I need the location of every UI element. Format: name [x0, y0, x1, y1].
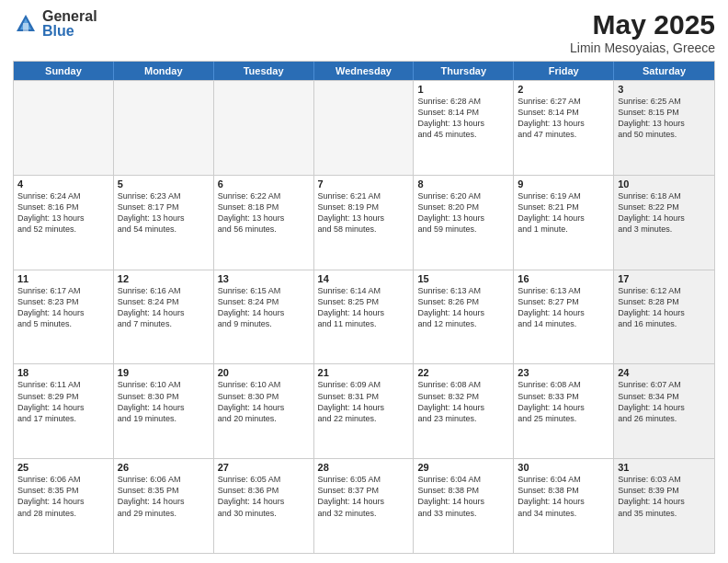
cell-info: Sunrise: 6:12 AMSunset: 8:28 PMDaylight:… — [618, 285, 711, 330]
cal-cell-day-26: 26Sunrise: 6:06 AMSunset: 8:35 PMDayligh… — [114, 459, 214, 553]
day-number: 22 — [417, 367, 509, 378]
logo-text: General Blue — [42, 9, 97, 39]
cal-cell-day-11: 11Sunrise: 6:17 AMSunset: 8:23 PMDayligh… — [14, 270, 114, 364]
cal-cell-day-30: 30Sunrise: 6:04 AMSunset: 8:38 PMDayligh… — [514, 459, 614, 553]
cell-info: Sunrise: 6:27 AMSunset: 8:14 PMDaylight:… — [518, 96, 609, 141]
cal-cell-day-20: 20Sunrise: 6:10 AMSunset: 8:30 PMDayligh… — [214, 364, 314, 458]
page: General Blue May 2025 Limin Mesoyaias, G… — [0, 0, 728, 563]
cal-cell-day-16: 16Sunrise: 6:13 AMSunset: 8:27 PMDayligh… — [514, 270, 614, 364]
day-number: 3 — [618, 84, 711, 95]
cal-cell-day-8: 8Sunrise: 6:20 AMSunset: 8:20 PMDaylight… — [414, 176, 514, 270]
day-number: 28 — [318, 462, 410, 473]
title-block: May 2025 Limin Mesoyaias, Greece — [570, 9, 715, 55]
logo-general: General — [42, 9, 97, 24]
cal-cell-day-24: 24Sunrise: 6:07 AMSunset: 8:34 PMDayligh… — [614, 364, 714, 458]
cell-info: Sunrise: 6:11 AMSunset: 8:29 PMDaylight:… — [17, 379, 109, 424]
day-number: 8 — [417, 178, 509, 190]
day-number: 14 — [318, 273, 410, 284]
cal-cell-day-2: 2Sunrise: 6:27 AMSunset: 8:14 PMDaylight… — [514, 81, 614, 175]
cell-info: Sunrise: 6:21 AMSunset: 8:19 PMDaylight:… — [318, 190, 410, 236]
calendar-body: 1Sunrise: 6:28 AMSunset: 8:14 PMDaylight… — [14, 80, 714, 553]
day-number: 16 — [518, 273, 609, 284]
day-number: 7 — [318, 178, 410, 190]
month-title: May 2025 — [570, 9, 715, 40]
day-number: 18 — [17, 367, 109, 378]
day-number: 12 — [118, 273, 210, 284]
cal-cell-day-15: 15Sunrise: 6:13 AMSunset: 8:26 PMDayligh… — [414, 270, 514, 364]
cell-info: Sunrise: 6:25 AMSunset: 8:15 PMDaylight:… — [618, 96, 711, 141]
calendar: SundayMondayTuesdayWednesdayThursdayFrid… — [13, 61, 715, 554]
day-number: 1 — [417, 84, 509, 95]
cell-info: Sunrise: 6:05 AMSunset: 8:36 PMDaylight:… — [218, 474, 310, 519]
header-day-wednesday: Wednesday — [314, 62, 415, 80]
cell-info: Sunrise: 6:06 AMSunset: 8:35 PMDaylight:… — [118, 474, 210, 519]
calendar-row-3: 18Sunrise: 6:11 AMSunset: 8:29 PMDayligh… — [14, 363, 714, 458]
cell-info: Sunrise: 6:16 AMSunset: 8:24 PMDaylight:… — [118, 285, 210, 330]
cell-info: Sunrise: 6:06 AMSunset: 8:35 PMDaylight:… — [17, 474, 109, 519]
cal-cell-day-14: 14Sunrise: 6:14 AMSunset: 8:25 PMDayligh… — [314, 270, 415, 364]
cal-cell-day-1: 1Sunrise: 6:28 AMSunset: 8:14 PMDaylight… — [414, 81, 514, 175]
svg-rect-2 — [23, 23, 28, 31]
cal-cell-empty-0-3 — [314, 81, 415, 175]
day-number: 11 — [17, 273, 109, 284]
cell-info: Sunrise: 6:10 AMSunset: 8:30 PMDaylight:… — [118, 379, 210, 424]
cal-cell-day-12: 12Sunrise: 6:16 AMSunset: 8:24 PMDayligh… — [114, 270, 214, 364]
cal-cell-day-13: 13Sunrise: 6:15 AMSunset: 8:24 PMDayligh… — [214, 270, 314, 364]
cal-cell-day-31: 31Sunrise: 6:03 AMSunset: 8:39 PMDayligh… — [614, 459, 714, 553]
cal-cell-day-3: 3Sunrise: 6:25 AMSunset: 8:15 PMDaylight… — [614, 81, 714, 175]
header-day-monday: Monday — [114, 62, 214, 80]
location: Limin Mesoyaias, Greece — [570, 40, 715, 55]
header-day-sunday: Sunday — [14, 62, 114, 80]
cell-info: Sunrise: 6:08 AMSunset: 8:33 PMDaylight:… — [518, 379, 609, 424]
calendar-header: SundayMondayTuesdayWednesdayThursdayFrid… — [14, 62, 714, 80]
day-number: 27 — [218, 462, 310, 473]
cal-cell-day-28: 28Sunrise: 6:05 AMSunset: 8:37 PMDayligh… — [314, 459, 415, 553]
cell-info: Sunrise: 6:13 AMSunset: 8:26 PMDaylight:… — [417, 285, 509, 330]
cal-cell-empty-0-0 — [14, 81, 114, 175]
day-number: 24 — [618, 367, 711, 378]
logo-icon — [13, 11, 39, 37]
day-number: 10 — [618, 178, 711, 190]
cell-info: Sunrise: 6:10 AMSunset: 8:30 PMDaylight:… — [218, 379, 310, 424]
cal-cell-day-4: 4Sunrise: 6:24 AMSunset: 8:16 PMDaylight… — [14, 176, 114, 270]
cal-cell-day-29: 29Sunrise: 6:04 AMSunset: 8:38 PMDayligh… — [414, 459, 514, 553]
day-number: 2 — [518, 84, 609, 95]
day-number: 13 — [218, 273, 310, 284]
cell-info: Sunrise: 6:13 AMSunset: 8:27 PMDaylight:… — [518, 285, 609, 330]
cal-cell-day-23: 23Sunrise: 6:08 AMSunset: 8:33 PMDayligh… — [514, 364, 614, 458]
day-number: 30 — [518, 462, 609, 473]
day-number: 15 — [417, 273, 509, 284]
day-number: 20 — [218, 367, 310, 378]
cal-cell-day-18: 18Sunrise: 6:11 AMSunset: 8:29 PMDayligh… — [14, 364, 114, 458]
day-number: 23 — [518, 367, 609, 378]
cell-info: Sunrise: 6:17 AMSunset: 8:23 PMDaylight:… — [17, 285, 109, 330]
cal-cell-empty-0-2 — [214, 81, 314, 175]
cell-info: Sunrise: 6:28 AMSunset: 8:14 PMDaylight:… — [417, 96, 509, 141]
day-number: 4 — [17, 178, 109, 190]
cell-info: Sunrise: 6:23 AMSunset: 8:17 PMDaylight:… — [118, 190, 210, 236]
cell-info: Sunrise: 6:03 AMSunset: 8:39 PMDaylight:… — [618, 474, 711, 519]
calendar-row-1: 4Sunrise: 6:24 AMSunset: 8:16 PMDaylight… — [14, 175, 714, 270]
cal-cell-day-9: 9Sunrise: 6:19 AMSunset: 8:21 PMDaylight… — [514, 176, 614, 270]
cell-info: Sunrise: 6:04 AMSunset: 8:38 PMDaylight:… — [518, 474, 609, 519]
cal-cell-day-10: 10Sunrise: 6:18 AMSunset: 8:22 PMDayligh… — [614, 176, 714, 270]
day-number: 29 — [417, 462, 509, 473]
cell-info: Sunrise: 6:18 AMSunset: 8:22 PMDaylight:… — [618, 190, 711, 236]
header-day-thursday: Thursday — [414, 62, 514, 80]
cell-info: Sunrise: 6:09 AMSunset: 8:31 PMDaylight:… — [318, 379, 410, 424]
cell-info: Sunrise: 6:05 AMSunset: 8:37 PMDaylight:… — [318, 474, 410, 519]
cal-cell-day-17: 17Sunrise: 6:12 AMSunset: 8:28 PMDayligh… — [614, 270, 714, 364]
logo: General Blue — [13, 9, 97, 39]
cal-cell-day-5: 5Sunrise: 6:23 AMSunset: 8:17 PMDaylight… — [114, 176, 214, 270]
day-number: 25 — [17, 462, 109, 473]
cell-info: Sunrise: 6:19 AMSunset: 8:21 PMDaylight:… — [518, 190, 609, 236]
day-number: 9 — [518, 178, 609, 190]
day-number: 26 — [118, 462, 210, 473]
cal-cell-empty-0-1 — [114, 81, 214, 175]
cell-info: Sunrise: 6:20 AMSunset: 8:20 PMDaylight:… — [417, 190, 509, 236]
day-number: 19 — [118, 367, 210, 378]
cal-cell-day-22: 22Sunrise: 6:08 AMSunset: 8:32 PMDayligh… — [414, 364, 514, 458]
day-number: 6 — [218, 178, 310, 190]
day-number: 31 — [618, 462, 711, 473]
day-number: 17 — [618, 273, 711, 284]
